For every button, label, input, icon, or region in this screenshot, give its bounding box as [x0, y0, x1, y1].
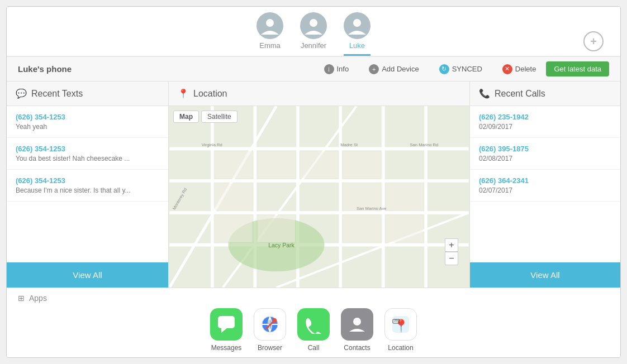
tab-label-luke: Luke	[349, 41, 365, 50]
add-device-button[interactable]: + Add Device	[364, 62, 423, 76]
text-preview-3: Because I'm a nice sister. Is that all y…	[16, 186, 159, 194]
add-device-label: Add Device	[382, 65, 419, 73]
avatar-emma	[256, 12, 283, 39]
tab-label-jennifer: Jennifer	[301, 41, 326, 50]
text-item-3[interactable]: (626) 354-1253 Because I'm a nice sister…	[7, 170, 168, 202]
svg-point-2	[353, 19, 361, 27]
app-location[interactable]: 📍 280 Location	[384, 308, 417, 352]
synced-label: SYNCED	[452, 65, 482, 73]
call-item-2[interactable]: (626) 395-1875 02/08/2017	[470, 138, 620, 170]
apps-header: ⊞ Apps	[18, 294, 609, 303]
svg-point-42	[353, 318, 361, 325]
main-container: Emma Jennifer Luke + Luke's phone i Info…	[6, 6, 621, 358]
svg-point-40	[272, 318, 277, 323]
text-number-3: (626) 354-1253	[16, 176, 159, 185]
tab-luke[interactable]: Luke	[344, 12, 370, 56]
get-latest-button[interactable]: Get latest data	[546, 61, 609, 76]
map-container[interactable]: Map Satellite	[169, 106, 469, 288]
map-controls: Map Satellite	[173, 111, 238, 123]
synced-icon: ↻	[439, 64, 449, 74]
location-pin-icon: 📍	[178, 88, 189, 99]
recent-texts-header: 💬 Recent Texts	[7, 82, 168, 106]
messages-app-icon	[210, 308, 243, 341]
call-date-3: 02/07/2017	[479, 186, 611, 194]
zoom-in-button[interactable]: +	[445, 238, 458, 252]
add-device-icon: +	[369, 64, 379, 74]
svg-text:San Marino Rd: San Marino Rd	[410, 142, 439, 147]
svg-text:Madre St: Madre St	[340, 142, 358, 147]
delete-icon: ✕	[502, 64, 512, 74]
map-svg: Lacy Park Virginia Rd Madre St	[169, 106, 469, 288]
location-panel: 📍 Location Map Satellite	[169, 82, 469, 288]
zoom-out-button[interactable]: −	[445, 252, 458, 265]
svg-rect-26	[215, 215, 253, 242]
phone-icon: 📞	[479, 88, 490, 99]
call-item-1[interactable]: (626) 235-1942 02/09/2017	[470, 106, 620, 138]
svg-rect-28	[343, 215, 381, 242]
app-messages[interactable]: Messages	[210, 308, 243, 352]
avatar-luke	[344, 12, 370, 39]
text-item-2[interactable]: (626) 354-1253 You da best sister! Nah c…	[7, 138, 168, 170]
browser-app-label: Browser	[258, 344, 282, 352]
location-title: Location	[193, 89, 227, 99]
zoom-controls: + −	[445, 238, 458, 265]
messages-app-label: Messages	[211, 344, 242, 352]
recent-calls-panel: 📞 Recent Calls (626) 235-1942 02/09/2017…	[469, 82, 620, 288]
svg-rect-21	[301, 151, 338, 178]
location-app-label: Location	[388, 344, 413, 352]
text-preview-1: Yeah yeah	[16, 123, 159, 131]
recent-texts-panel: 💬 Recent Texts (626) 354-1253 Yeah yeah …	[7, 82, 169, 288]
recent-calls-header: 📞 Recent Calls	[470, 82, 620, 106]
info-label: Info	[337, 65, 349, 73]
tab-label-emma: Emma	[259, 41, 281, 50]
call-app-label: Call	[308, 344, 320, 352]
call-date-2: 02/08/2017	[479, 155, 611, 162]
svg-text:Virginia Rd: Virginia Rd	[202, 142, 222, 147]
text-preview-2: You da best sister! Nah cheesecake ...	[16, 155, 159, 162]
view-all-calls-button[interactable]: View All	[470, 262, 620, 288]
info-button[interactable]: i Info	[320, 62, 354, 76]
call-app-icon	[297, 308, 330, 341]
view-all-texts-button[interactable]: View All	[7, 262, 168, 288]
location-header: 📍 Location	[169, 82, 469, 106]
call-date-1: 02/09/2017	[479, 123, 611, 131]
avatar-jennifer	[300, 12, 327, 39]
call-number-1: (626) 235-1942	[479, 113, 611, 121]
apps-section: ⊞ Apps Messages Browser Call	[7, 288, 620, 357]
call-number-2: (626) 395-1875	[479, 145, 611, 153]
svg-rect-20	[258, 151, 295, 178]
call-number-3: (626) 364-2341	[479, 176, 611, 185]
tab-emma[interactable]: Emma	[256, 12, 283, 56]
recent-texts-title: Recent Texts	[31, 89, 83, 99]
svg-point-0	[266, 19, 274, 27]
user-tabs: Emma Jennifer Luke +	[7, 7, 620, 57]
delete-label: Delete	[515, 65, 536, 73]
svg-rect-23	[215, 184, 253, 210]
call-item-3[interactable]: (626) 364-2341 02/07/2017	[470, 170, 620, 202]
device-name: Luke's phone	[18, 64, 308, 74]
location-app-icon: 📍 280	[384, 308, 417, 341]
recent-calls-title: Recent Calls	[495, 89, 545, 99]
svg-rect-19	[215, 151, 253, 178]
contacts-app-label: Contacts	[344, 344, 370, 352]
svg-rect-35	[218, 316, 235, 328]
apps-grid: Messages Browser Call Contacts	[18, 308, 609, 352]
chat-icon: 💬	[16, 88, 27, 99]
svg-text:Lacy Park: Lacy Park	[268, 242, 294, 248]
text-item-1[interactable]: (626) 354-1253 Yeah yeah	[7, 106, 168, 138]
svg-point-1	[310, 19, 317, 27]
app-browser[interactable]: Browser	[254, 308, 286, 352]
add-user-circle-button[interactable]: +	[583, 31, 604, 51]
synced-button[interactable]: ↻ SYNCED	[435, 62, 487, 76]
text-number-2: (626) 354-1253	[16, 145, 159, 153]
app-contacts[interactable]: Contacts	[341, 308, 373, 352]
app-call[interactable]: Call	[297, 308, 330, 352]
map-type-map-button[interactable]: Map	[173, 111, 199, 123]
delete-button[interactable]: ✕ Delete	[498, 62, 541, 76]
content-area: 💬 Recent Texts (626) 354-1253 Yeah yeah …	[7, 82, 620, 288]
map-type-satellite-button[interactable]: Satellite	[201, 111, 238, 123]
apps-title: Apps	[29, 294, 47, 303]
tab-jennifer[interactable]: Jennifer	[300, 12, 327, 56]
text-number-1: (626) 354-1253	[16, 113, 159, 121]
svg-marker-36	[221, 328, 227, 333]
